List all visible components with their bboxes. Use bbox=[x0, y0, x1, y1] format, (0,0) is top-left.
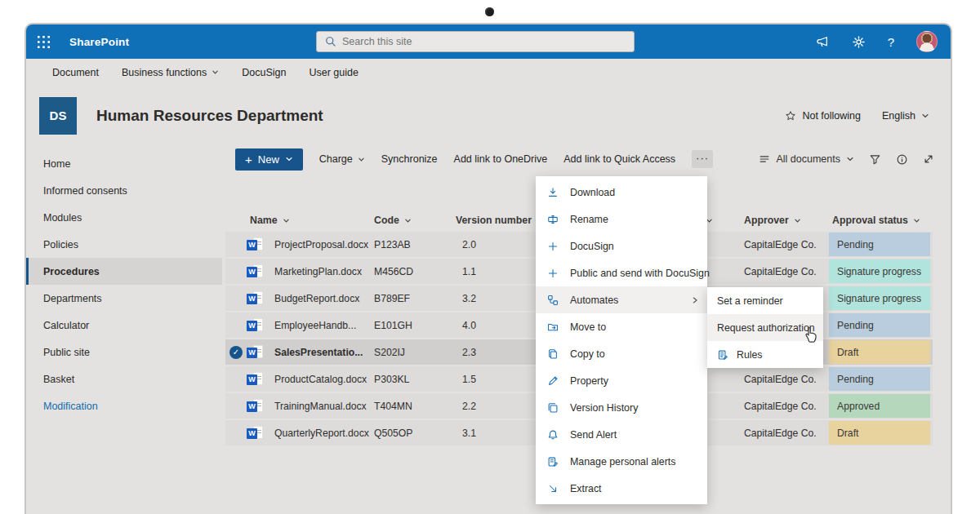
chevron-right-icon bbox=[691, 296, 699, 304]
follow-button[interactable]: Not following bbox=[785, 110, 861, 122]
site-logo[interactable]: DS bbox=[39, 97, 77, 135]
expand-icon[interactable] bbox=[923, 153, 934, 165]
cell-name[interactable]: SalesPresentatio... bbox=[271, 347, 371, 358]
menu-item-property[interactable]: Property bbox=[536, 367, 707, 394]
word-file-icon: W bbox=[247, 345, 265, 360]
status-badge: Draft bbox=[829, 340, 930, 364]
page-title: Human Resources Department bbox=[96, 107, 323, 125]
cell-code: T404MN bbox=[371, 401, 452, 412]
word-file-icon: W bbox=[247, 291, 265, 306]
announcement-icon[interactable] bbox=[816, 35, 830, 49]
star-icon bbox=[785, 110, 796, 122]
sidebar-item-modification[interactable]: Modification bbox=[26, 392, 222, 419]
column-header-approval-status[interactable]: Approval status bbox=[829, 215, 933, 226]
menu-item-version-history[interactable]: Version History bbox=[536, 394, 707, 421]
nav-tab-document[interactable]: Document bbox=[52, 67, 99, 78]
status-badge: Approved bbox=[829, 394, 930, 418]
cell-name[interactable]: BudgetReport.docx bbox=[271, 293, 371, 304]
command-add-link-to-onedrive[interactable]: Add link to OneDrive bbox=[454, 153, 548, 165]
chevron-down-icon bbox=[846, 155, 854, 163]
column-header-code[interactable]: Code bbox=[371, 215, 452, 226]
menu-item-rename[interactable]: Rename bbox=[536, 206, 707, 233]
nav-tab-docusign[interactable]: DocuSign bbox=[242, 67, 286, 78]
menu-item-send-alert[interactable]: Send Alert bbox=[536, 421, 707, 448]
sidebar-item-basket[interactable]: Basket bbox=[26, 366, 222, 392]
menu-item-move-to[interactable]: Move to bbox=[536, 313, 707, 340]
menu-item-docusign[interactable]: DocuSign bbox=[536, 233, 707, 259]
sidebar-item-calculator[interactable]: Calculator bbox=[26, 312, 222, 339]
column-label: Approver bbox=[744, 215, 789, 226]
context-menu: DownloadRenameDocuSignPublic and send wi… bbox=[536, 176, 707, 504]
row-select-cell[interactable]: ✓ bbox=[225, 346, 247, 359]
menu-item-copy-to[interactable]: Copy to bbox=[536, 340, 707, 367]
new-button-label: New bbox=[258, 153, 279, 166]
search-icon bbox=[325, 36, 336, 47]
sidebar-item-public-site[interactable]: Public site bbox=[26, 339, 222, 366]
word-file-icon: W bbox=[247, 318, 265, 333]
column-header-approver[interactable]: Approver bbox=[741, 215, 829, 226]
sidebar-item-label: Basket bbox=[43, 374, 74, 385]
command-label: Charge bbox=[319, 153, 353, 165]
view-selector[interactable]: All documents bbox=[759, 153, 854, 165]
automate-icon bbox=[547, 295, 560, 306]
chevron-down-icon bbox=[358, 156, 365, 163]
filter-icon[interactable] bbox=[869, 153, 881, 166]
more-actions-button[interactable]: ··· bbox=[692, 150, 713, 168]
chevron-down-icon bbox=[285, 155, 293, 163]
move-to-icon bbox=[547, 321, 560, 333]
nav-tab-label: Document bbox=[52, 67, 99, 78]
menu-item-extract[interactable]: Extract bbox=[536, 475, 707, 502]
cell-name[interactable]: MarketingPlan.docx bbox=[271, 266, 371, 277]
sidebar-item-label: Modules bbox=[43, 212, 82, 224]
cell-name[interactable]: ProductCatalog.docx bbox=[271, 374, 371, 385]
word-file-icon: W bbox=[247, 399, 265, 414]
command-add-link-to-quick-access[interactable]: Add link to Quick Access bbox=[564, 153, 675, 165]
command-charge[interactable]: Charge bbox=[319, 153, 365, 165]
cell-approver: CapitalEdge Co. bbox=[741, 266, 829, 277]
selected-check-icon: ✓ bbox=[229, 346, 243, 359]
nav-tab-label: DocuSign bbox=[242, 67, 286, 78]
cell-code: Q505OP bbox=[371, 428, 452, 439]
word-file-icon: W bbox=[247, 426, 265, 441]
cell-name[interactable]: TrainingManual.docx bbox=[271, 401, 371, 412]
menu-item-public-and-send-with-docusign[interactable]: Public and send with DocuSign bbox=[536, 259, 707, 286]
settings-gear-icon[interactable] bbox=[852, 35, 866, 49]
new-button[interactable]: + New bbox=[235, 148, 303, 171]
menu-item-label: Move to bbox=[570, 321, 606, 333]
menu-item-automates[interactable]: Automates bbox=[536, 286, 707, 313]
nav-tab-user-guide[interactable]: User guide bbox=[309, 67, 358, 78]
language-selector[interactable]: English bbox=[882, 110, 929, 122]
sidebar-item-home[interactable]: Home bbox=[26, 150, 222, 177]
sidebar-item-label: Modification bbox=[43, 401, 98, 412]
sidebar-item-informed-consents[interactable]: Informed consents bbox=[26, 177, 222, 204]
cell-name[interactable]: EmployeeHandb... bbox=[271, 320, 371, 331]
cell-code: E101GH bbox=[371, 320, 452, 331]
sidebar-item-modules[interactable]: Modules bbox=[26, 204, 222, 231]
chevron-down-icon bbox=[913, 217, 920, 224]
menu-item-label: Download bbox=[570, 187, 615, 198]
menu-item-label: Copy to bbox=[570, 348, 605, 360]
sidebar-item-procedures[interactable]: Procedures bbox=[26, 258, 222, 285]
status-badge: Draft bbox=[829, 421, 930, 445]
cell-name[interactable]: QuarterlyReport.docx bbox=[271, 428, 371, 439]
app-launcher-icon[interactable] bbox=[38, 36, 50, 48]
cell-name[interactable]: ProjectProposal.docx bbox=[271, 239, 371, 250]
sidebar-item-policies[interactable]: Policies bbox=[26, 231, 222, 258]
help-icon[interactable]: ? bbox=[888, 35, 894, 49]
info-icon[interactable] bbox=[896, 153, 908, 166]
menu-item-download[interactable]: Download bbox=[536, 179, 707, 206]
menu-item-manage-personal-alerts[interactable]: Manage personal alerts bbox=[536, 448, 707, 475]
sidebar-item-label: Procedures bbox=[43, 266, 100, 277]
column-label: Approval status bbox=[832, 215, 908, 226]
menu-item-label: Extract bbox=[570, 483, 602, 494]
nav-tab-business-functions[interactable]: Business functions bbox=[122, 67, 219, 78]
submenu-item-set-a-reminder[interactable]: Set a reminder bbox=[707, 287, 823, 314]
menu-item-label: Public and send with DocuSign bbox=[570, 268, 710, 279]
app-name: SharePoint bbox=[69, 36, 129, 48]
search-input[interactable] bbox=[342, 36, 612, 47]
command-synchronize[interactable]: Synchronize bbox=[381, 153, 438, 165]
site-search-box[interactable] bbox=[316, 31, 635, 52]
sidebar-item-departments[interactable]: Departments bbox=[26, 285, 222, 312]
column-header-name[interactable]: Name bbox=[247, 215, 371, 226]
account-avatar[interactable] bbox=[916, 31, 938, 52]
